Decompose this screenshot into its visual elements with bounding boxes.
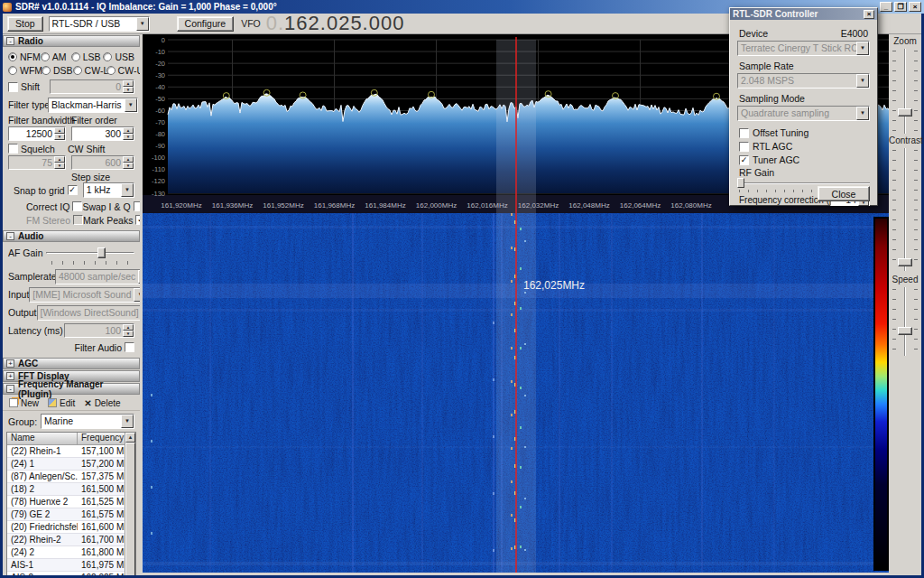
- mode-radio-usb[interactable]: [103, 52, 112, 61]
- offset-tuning-checkbox[interactable]: [739, 128, 749, 138]
- output-select[interactable]: [Windows DirectSound]▼: [37, 305, 140, 321]
- slider-thumb[interactable]: [898, 108, 912, 117]
- table-row[interactable]: AIS-2162,025 MHz: [7, 572, 125, 575]
- mode-radio-lsb[interactable]: [71, 52, 80, 61]
- maximize-button[interactable]: ❐: [894, 2, 907, 12]
- table-header[interactable]: Name Frequency: [7, 433, 135, 445]
- freq-manager-panel-header[interactable]: - Frequency Manager (Plugin): [3, 383, 140, 395]
- collapse-icon[interactable]: +: [6, 359, 14, 368]
- spin-up-icon[interactable]: ▲: [123, 324, 134, 331]
- cw-shift-input[interactable]: 600▲▼: [71, 155, 134, 170]
- mode-radio-nfm[interactable]: [8, 52, 17, 61]
- slider-thumb[interactable]: [898, 327, 912, 335]
- audio-panel-header[interactable]: - Audio: [3, 230, 140, 242]
- step-size-select[interactable]: 1 kHz▼: [83, 182, 134, 198]
- close-button[interactable]: ×: [909, 2, 921, 12]
- af-gain-slider[interactable]: [46, 247, 134, 259]
- spin-up-icon[interactable]: ▲: [123, 127, 134, 134]
- spin-down-icon[interactable]: ▼: [123, 134, 134, 140]
- new-button[interactable]: New: [5, 396, 43, 410]
- squelch-checkbox[interactable]: [8, 144, 18, 154]
- sample-rate-select[interactable]: 2.048 MSPS▼: [737, 73, 870, 89]
- mark-peaks-checkbox[interactable]: ✓: [135, 215, 140, 225]
- delete-button[interactable]: ✕Delete: [79, 396, 125, 410]
- spin-up-icon[interactable]: ▲: [54, 156, 65, 163]
- spin-down-icon[interactable]: ▼: [54, 134, 65, 140]
- dialog-close-action-button[interactable]: Close: [818, 186, 870, 201]
- frequency-display[interactable]: 0.162.025.000: [266, 12, 405, 35]
- slider-thumb[interactable]: [737, 178, 744, 188]
- group-select[interactable]: Marine▼: [41, 414, 134, 429]
- order-input[interactable]: 300▲▼: [71, 126, 134, 141]
- filter-audio-checkbox[interactable]: [125, 342, 134, 352]
- sampling-mode-select[interactable]: Quadrature sampling▼: [737, 106, 870, 121]
- scrollbar-thumb[interactable]: [125, 443, 135, 575]
- zoom-slider[interactable]: [894, 49, 916, 134]
- waterfall[interactable]: 162,025MHz: [143, 213, 892, 573]
- slider-thumb[interactable]: [898, 258, 912, 266]
- rtl-agc-checkbox[interactable]: [739, 142, 749, 152]
- spin-down-icon[interactable]: ▼: [123, 331, 134, 337]
- edit-button[interactable]: Edit: [43, 396, 79, 410]
- table-row[interactable]: (20) Friedrichsfel...161,600 MHz: [7, 521, 125, 534]
- samplerate-select[interactable]: 48000 sample/sec▼: [55, 269, 140, 284]
- table-row[interactable]: (79) GE 2161,575 MHz: [7, 508, 125, 521]
- rtl-agc-label: RTL AGC: [753, 141, 792, 152]
- table-row[interactable]: (24) 1157,200 MHz: [7, 458, 125, 471]
- minimize-button[interactable]: _: [880, 2, 892, 12]
- collapse-icon[interactable]: +: [6, 372, 14, 380]
- chevron-down-icon: ▼: [856, 107, 869, 120]
- dialog-title-bar[interactable]: RTL-SDR Controller ×: [730, 8, 877, 20]
- swap-iq-checkbox[interactable]: [134, 201, 140, 211]
- mode-radio-cwu[interactable]: [106, 66, 116, 75]
- svg-text:-40: -40: [155, 83, 165, 91]
- correct-iq-checkbox[interactable]: [72, 201, 82, 211]
- shift-input[interactable]: 0▲▼: [50, 79, 134, 94]
- tuner-agc-checkbox[interactable]: ✓: [739, 155, 749, 165]
- table-row[interactable]: (22) Rhein-1157,100 MHz: [7, 445, 125, 458]
- table-row[interactable]: AIS-1161,975 MHz: [7, 559, 125, 572]
- spin-down-icon[interactable]: ▼: [123, 87, 134, 93]
- column-name[interactable]: Name: [7, 433, 78, 444]
- squelch-input[interactable]: 75▲▼: [8, 155, 66, 170]
- stop-button[interactable]: Stop: [7, 16, 43, 32]
- spin-up-icon[interactable]: ▲: [123, 80, 134, 87]
- latency-input[interactable]: 100▲▼: [64, 323, 134, 338]
- bandwidth-label: Filter bandwidth: [8, 115, 71, 126]
- scroll-up-icon[interactable]: ▲: [125, 433, 135, 443]
- collapse-icon[interactable]: -: [6, 385, 14, 393]
- contrast-slider[interactable]: [894, 148, 916, 271]
- slider-thumb[interactable]: [97, 247, 106, 258]
- bandwidth-input[interactable]: 12500▲▼: [8, 126, 66, 141]
- device-select[interactable]: Terratec Cinergy T Stick RC (Rev.3)▼: [737, 41, 870, 56]
- agc-panel-header[interactable]: + AGC: [3, 358, 140, 369]
- table-row[interactable]: (24) 2161,800 MHz: [7, 546, 125, 559]
- table-row[interactable]: (22) Rhein-2161,700 MHz: [7, 534, 125, 546]
- mode-radio-cwl[interactable]: [73, 66, 82, 75]
- svg-text:-100: -100: [152, 154, 165, 162]
- source-select[interactable]: RTL-SDR / USB ▼: [49, 16, 150, 32]
- mode-radio-am[interactable]: [41, 52, 50, 61]
- table-row[interactable]: (18) 2161,500 MHz: [7, 483, 125, 496]
- spin-up-icon[interactable]: ▲: [54, 127, 65, 134]
- mode-radio-dsb[interactable]: [42, 66, 51, 75]
- filter-type-select[interactable]: Blackman-Harris▼: [48, 98, 138, 113]
- collapse-icon[interactable]: -: [6, 232, 14, 240]
- configure-button[interactable]: Configure: [177, 16, 235, 32]
- offset-tuning-label: Offset Tuning: [753, 127, 808, 138]
- fm-stereo-checkbox[interactable]: [73, 215, 83, 225]
- spin-down-icon[interactable]: ▼: [54, 163, 65, 169]
- snap-checkbox[interactable]: ✓: [68, 185, 78, 195]
- speed-slider[interactable]: [894, 287, 916, 356]
- spin-down-icon[interactable]: ▼: [123, 163, 134, 169]
- spin-up-icon[interactable]: ▲: [123, 156, 134, 163]
- table-scrollbar[interactable]: ▲ ▼: [125, 433, 135, 575]
- table-row[interactable]: (87) Anlegen/Sc...157,375 MHz: [7, 471, 125, 483]
- radio-panel-header[interactable]: - Radio: [3, 35, 140, 47]
- input-select[interactable]: [MME] Microsoft Sound▼: [29, 287, 140, 303]
- shift-checkbox[interactable]: [8, 82, 18, 92]
- mode-radio-wfm[interactable]: [8, 66, 17, 75]
- table-row[interactable]: (78) Huenxe 2161,525 MHz: [7, 496, 125, 508]
- dialog-close-button[interactable]: ×: [864, 10, 874, 19]
- collapse-icon[interactable]: -: [6, 37, 14, 45]
